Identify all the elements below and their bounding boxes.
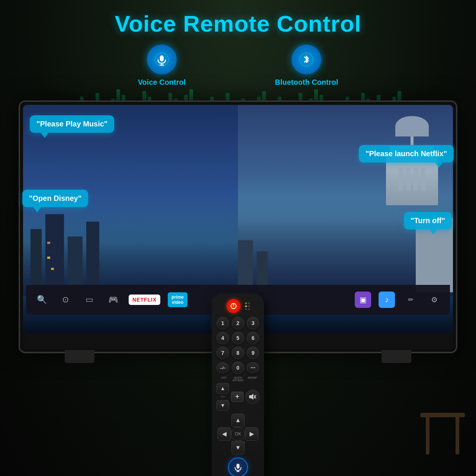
bluetooth-control-label: Bluetooth Control bbox=[275, 78, 338, 87]
nav-right-btn[interactable]: ▶ bbox=[245, 427, 258, 441]
tv-stand-left bbox=[65, 350, 94, 363]
table-leg-left bbox=[426, 417, 430, 454]
dot-4 bbox=[248, 305, 250, 307]
key-4[interactable]: 4 bbox=[216, 332, 229, 344]
dot-6 bbox=[248, 308, 250, 310]
remote-body: 1 2 3 4 5 6 7 8 9 --/– 0 ··· LIST QUICKA… bbox=[212, 294, 264, 476]
bluetooth-control-feature: Bluetooth Control bbox=[275, 45, 338, 87]
list-label: LIST bbox=[216, 376, 231, 382]
mute-button[interactable] bbox=[245, 390, 260, 404]
key-3[interactable]: 3 bbox=[247, 317, 259, 329]
nav-ok-btn[interactable]: OK bbox=[231, 427, 245, 441]
ad-sap-label: AD/SAP bbox=[245, 376, 260, 382]
zero-row: --/– 0 ··· bbox=[216, 361, 260, 374]
channel-down-btn[interactable]: ▼ bbox=[216, 400, 229, 411]
remote-top-section bbox=[216, 299, 260, 313]
bubble-turn-off: "Turn off" bbox=[404, 212, 452, 229]
key-6[interactable]: 6 bbox=[247, 332, 259, 344]
dpad: ▲ ▼ ◀ ▶ OK bbox=[218, 414, 258, 454]
tv-purple-app[interactable]: ▣ bbox=[355, 292, 371, 308]
channel-vol-section: ▲ CH ▼ + bbox=[216, 383, 260, 411]
prime-badge[interactable]: primevideo bbox=[168, 292, 187, 308]
page-title: Voice Remote Control bbox=[0, 10, 476, 37]
voice-icon bbox=[147, 45, 177, 74]
orange-dot bbox=[245, 305, 247, 307]
tv-music-app[interactable]: ♪ bbox=[379, 292, 395, 308]
key-8[interactable]: 8 bbox=[232, 347, 244, 359]
dot-2 bbox=[248, 302, 250, 304]
mic-button[interactable] bbox=[228, 457, 248, 476]
number-pad: 1 2 3 4 5 6 7 8 9 bbox=[216, 317, 260, 359]
nav-down-btn[interactable]: ▼ bbox=[231, 441, 245, 454]
tv-search-icon[interactable]: 🔍 bbox=[33, 292, 50, 308]
mic-row bbox=[216, 457, 260, 476]
voice-control-label: Voice Control bbox=[138, 78, 186, 87]
mute-col bbox=[245, 390, 260, 404]
table-top bbox=[420, 413, 465, 417]
green-dot bbox=[245, 302, 247, 304]
netflix-badge[interactable]: NETFLIX bbox=[129, 295, 160, 305]
dot-5 bbox=[245, 308, 247, 310]
bluetooth-icon bbox=[292, 45, 321, 74]
label-row: LIST QUICKACCESS AD/SAP bbox=[216, 376, 260, 382]
status-dots bbox=[245, 302, 250, 310]
tv-edit-icon[interactable]: ✏ bbox=[402, 292, 419, 308]
quick-access-label: QUICKACCESS bbox=[231, 376, 245, 382]
side-table bbox=[420, 390, 465, 457]
svg-rect-10 bbox=[237, 464, 239, 469]
bubble-launch-netflix: "Please launch Netflix" bbox=[359, 145, 454, 163]
tv-home-icon[interactable]: ⊙ bbox=[57, 292, 74, 308]
features-section: Voice Control Bluetooth Control bbox=[0, 45, 476, 87]
svg-rect-1 bbox=[160, 55, 164, 61]
key-7[interactable]: 7 bbox=[216, 347, 229, 359]
key-2[interactable]: 2 bbox=[232, 317, 244, 329]
key-1[interactable]: 1 bbox=[216, 317, 229, 329]
power-button[interactable] bbox=[226, 299, 241, 313]
table-leg-right bbox=[456, 417, 459, 454]
voice-control-feature: Voice Control bbox=[138, 45, 186, 87]
vol-plus-btn[interactable]: + bbox=[231, 392, 244, 402]
bubble-open-disney: "Open Disney" bbox=[22, 190, 88, 207]
nav-left-btn[interactable]: ◀ bbox=[218, 427, 231, 441]
svg-marker-7 bbox=[249, 394, 253, 400]
tv-stand-right bbox=[382, 350, 411, 363]
key-0[interactable]: 0 bbox=[232, 361, 244, 374]
key-9[interactable]: 9 bbox=[247, 347, 259, 359]
bubble-play-music: "Please Play Music" bbox=[30, 115, 114, 133]
tv-game-icon[interactable]: 🎮 bbox=[105, 292, 121, 308]
tv-settings-icon[interactable]: ⚙ bbox=[426, 292, 443, 308]
key-dots[interactable]: ··· bbox=[247, 362, 259, 373]
nav-up-btn[interactable]: ▲ bbox=[231, 414, 245, 427]
tv-screen-icon[interactable]: ▭ bbox=[81, 292, 97, 308]
channel-up-btn[interactable]: ▲ bbox=[216, 383, 229, 393]
channel-col: ▲ CH ▼ bbox=[216, 383, 229, 411]
vol-plus-col: + bbox=[231, 392, 244, 402]
key-5[interactable]: 5 bbox=[232, 332, 244, 344]
key-dash[interactable]: --/– bbox=[216, 362, 229, 373]
